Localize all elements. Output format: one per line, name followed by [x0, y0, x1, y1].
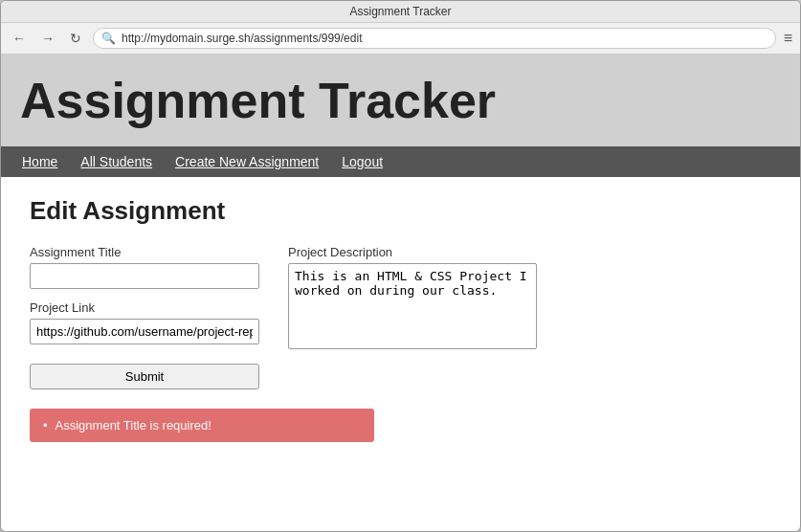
site-title: Assignment Tracker	[20, 72, 781, 129]
lock-icon: 🔍	[101, 32, 116, 45]
project-link-label: Project Link	[30, 300, 259, 315]
submit-button[interactable]: Submit	[30, 364, 259, 389]
main-nav: Home All Students Create New Assignment …	[1, 146, 800, 177]
nav-all-students[interactable]: All Students	[69, 146, 164, 177]
error-message: Assignment Title is required!	[56, 418, 211, 432]
form-columns: Assignment Title Project Link Submit Pro…	[30, 245, 771, 389]
refresh-button[interactable]: ↻	[66, 29, 85, 48]
project-link-group: Project Link	[30, 300, 259, 344]
tab-title: Assignment Tracker	[349, 5, 451, 18]
form-left: Assignment Title Project Link Submit	[30, 245, 259, 389]
page-heading: Edit Assignment	[30, 196, 771, 226]
forward-button[interactable]: →	[37, 29, 58, 48]
menu-button[interactable]: ≡	[784, 30, 792, 47]
page-content: Edit Assignment Assignment Title Project…	[1, 177, 800, 461]
address-bar-input[interactable]: 🔍 http://mydomain.surge.sh/assignments/9…	[93, 28, 776, 49]
back-button[interactable]: ←	[9, 29, 30, 48]
page-header: Assignment Tracker	[1, 55, 800, 146]
address-bar: ← → ↻ 🔍 http://mydomain.surge.sh/assignm…	[1, 23, 800, 55]
browser-window: Assignment Tracker ← → ↻ 🔍 http://mydoma…	[0, 0, 801, 532]
project-link-input[interactable]	[30, 319, 259, 344]
assignment-title-group: Assignment Title	[30, 245, 259, 289]
title-bar: Assignment Tracker	[1, 1, 800, 23]
project-description-label: Project Description	[288, 245, 537, 259]
error-box: • Assignment Title is required!	[30, 409, 374, 442]
url-text[interactable]: http://mydomain.surge.sh/assignments/999…	[122, 32, 768, 45]
nav-home[interactable]: Home	[11, 146, 69, 177]
form-right: Project Description This is an HTML & CS…	[288, 245, 537, 349]
assignment-title-input[interactable]	[30, 263, 259, 289]
nav-logout[interactable]: Logout	[330, 146, 394, 177]
error-bullet: •	[43, 418, 48, 432]
assignment-title-label: Assignment Title	[30, 245, 259, 259]
nav-create-assignment[interactable]: Create New Assignment	[164, 146, 330, 177]
project-description-textarea[interactable]: This is an HTML & CSS Project I worked o…	[288, 263, 537, 349]
